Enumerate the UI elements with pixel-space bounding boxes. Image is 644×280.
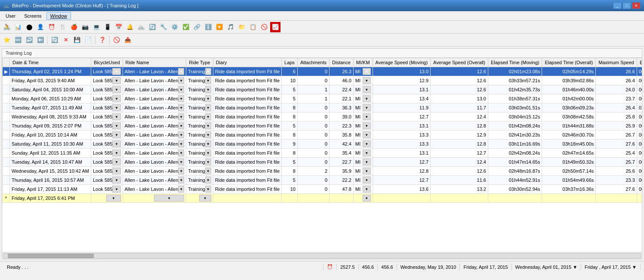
- menu-screens[interactable]: Screens: [20, 12, 45, 20]
- row-ridetype[interactable]: Training▼: [186, 112, 213, 121]
- dropdown-arrow[interactable]: ▼: [178, 122, 184, 129]
- row-ridename[interactable]: Allen - Lake Lavon - Allen▼: [123, 67, 186, 76]
- row-ridename[interactable]: Allen - Lake Lavon - Allen▼: [123, 103, 186, 112]
- row-mikm[interactable]: MI▼: [353, 76, 373, 85]
- toolbar-fork-icon[interactable]: 🍴: [58, 22, 68, 32]
- dropdown-arrow[interactable]: ▼: [205, 177, 211, 184]
- toolbar-apple-icon[interactable]: 🍎: [69, 22, 79, 32]
- table-row[interactable]: ▶Thursday, April 02, 2015 1:24 PMLook 58…: [3, 67, 642, 76]
- row-bicycle[interactable]: Look 585▼: [91, 158, 123, 167]
- horizontal-scrollbar[interactable]: [2, 252, 642, 259]
- toolbar-camera-icon[interactable]: 📷: [80, 22, 90, 32]
- row-mikm[interactable]: MI▼: [353, 85, 373, 94]
- dropdown-arrow[interactable]: ▼: [178, 77, 184, 84]
- row-mikm[interactable]: MI▼: [353, 67, 373, 76]
- dropdown-arrow[interactable]: ▼: [112, 168, 120, 174]
- row-bicycle[interactable]: Look 585▼: [91, 185, 123, 194]
- dropdown-arrow[interactable]: ▼: [205, 149, 211, 156]
- dropdown-arrow[interactable]: ▼: [112, 77, 120, 84]
- toolbar-settings-icon[interactable]: ⚙️: [169, 22, 180, 32]
- table-row[interactable]: Saturday, April 11, 2015 10:30 AMLook 58…: [3, 140, 642, 149]
- row-ridetype[interactable]: Training▼: [186, 67, 213, 76]
- table-row[interactable]: Friday, April 03, 2015 9:40 AMLook 585▼A…: [3, 76, 642, 85]
- dropdown-arrow[interactable]: ▼: [205, 168, 211, 174]
- status-date4[interactable]: Friday , April 17, 2015 ▼: [581, 264, 641, 270]
- dropdown-arrow[interactable]: ▼: [363, 159, 371, 165]
- row-mikm[interactable]: MI▼: [353, 103, 373, 112]
- row-ridename[interactable]: Allen - Lake Lavon - Allen▼: [123, 76, 186, 85]
- row-ridename[interactable]: Allen - Lake Lavon - Allen▼: [123, 131, 186, 140]
- dropdown-arrow[interactable]: ▼: [363, 122, 371, 129]
- toolbar-copy-icon[interactable]: 📄: [83, 35, 93, 45]
- toolbar-export-icon[interactable]: 📤: [123, 35, 133, 45]
- row-ridename[interactable]: Allen - Lake Lavon - Allen▼: [123, 94, 186, 103]
- row-mikm[interactable]: MI▼: [353, 121, 373, 131]
- row-bicycle[interactable]: Look 585▼: [91, 94, 123, 103]
- row-mikm[interactable]: MI▼: [353, 176, 373, 185]
- dropdown-arrow[interactable]: ▼: [363, 168, 371, 174]
- minimize-button[interactable]: _: [613, 2, 622, 9]
- table-container[interactable]: Date & Time BicycleUsed Ride Name Ride T…: [2, 58, 642, 252]
- dropdown-arrow[interactable]: ▼: [363, 140, 371, 147]
- row-ridename[interactable]: Allen - Lake Lavon - Allen▼: [123, 149, 186, 158]
- dropdown-arrow[interactable]: ▼: [178, 95, 184, 102]
- toolbar-cycle2-icon[interactable]: 🔄: [147, 22, 157, 32]
- row-bicycle[interactable]: Look 585▼: [91, 176, 123, 185]
- row-ridename[interactable]: Allen - Lake Lavon - Allen▼: [123, 185, 186, 194]
- toolbar-music-icon[interactable]: 🎵: [225, 22, 236, 32]
- table-row[interactable]: Thursday, April 16, 2015 10:57 AMLook 58…: [3, 176, 642, 185]
- toolbar-user-icon[interactable]: 👤: [35, 22, 46, 32]
- status-date3[interactable]: Wednesday, April 01, 2015 ▼: [512, 264, 581, 270]
- row-bicycle[interactable]: Look 585▼: [91, 76, 123, 85]
- toolbar-undo-icon[interactable]: ↩️: [24, 35, 34, 45]
- toolbar-bell-icon[interactable]: 🔔: [125, 22, 135, 32]
- dropdown-arrow[interactable]: ▼: [106, 195, 120, 202]
- dropdown-arrow[interactable]: ▼: [112, 159, 120, 165]
- toolbar-wrench-icon[interactable]: 🔧: [158, 22, 169, 32]
- dropdown-arrow[interactable]: ▼: [178, 168, 184, 174]
- dropdown-arrow[interactable]: ▼: [178, 131, 184, 138]
- row-bicycle[interactable]: ▼: [91, 194, 123, 203]
- row-ridename[interactable]: Allen - Lake Lavon - Allen▼: [123, 121, 186, 131]
- row-ridetype[interactable]: Training▼: [186, 85, 213, 94]
- row-ridename[interactable]: Allen - Lake Lavon - Allen▼: [123, 85, 186, 94]
- toolbar-back-icon[interactable]: ⬅️: [35, 35, 46, 45]
- row-mikm[interactable]: ▼: [353, 194, 373, 203]
- dropdown-arrow[interactable]: ▼: [112, 140, 120, 147]
- row-ridetype[interactable]: Training▼: [186, 176, 213, 185]
- dropdown-arrow[interactable]: ▼: [205, 140, 211, 147]
- toolbar-cal-icon[interactable]: 📅: [114, 22, 124, 32]
- row-ridetype[interactable]: Training▼: [186, 121, 213, 131]
- dropdown-arrow[interactable]: ▼: [205, 186, 211, 193]
- dropdown-arrow[interactable]: ▼: [205, 95, 211, 102]
- dropdown-arrow[interactable]: ▼: [154, 195, 184, 202]
- dropdown-arrow[interactable]: ▼: [363, 68, 371, 75]
- dropdown-arrow[interactable]: ▼: [112, 68, 120, 75]
- row-mikm[interactable]: MI▼: [353, 185, 373, 194]
- toolbar-doc-icon[interactable]: 📋: [248, 22, 258, 32]
- row-ridename[interactable]: Allen - Lake Lavon - Allen▼: [123, 112, 186, 121]
- row-ridetype[interactable]: Training▼: [186, 103, 213, 112]
- dropdown-arrow[interactable]: ▼: [205, 131, 211, 138]
- dropdown-arrow[interactable]: ▼: [205, 86, 211, 93]
- row-mikm[interactable]: MI▼: [353, 94, 373, 103]
- toolbar-cancel-icon[interactable]: ✕: [61, 35, 71, 45]
- table-row[interactable]: Tuesday, April 07, 2015 11:49 AMLook 585…: [3, 103, 642, 112]
- table-row[interactable]: Friday, April 17, 2015 11:13 AMLook 585▼…: [3, 185, 642, 194]
- row-ridetype[interactable]: Training▼: [186, 131, 213, 140]
- row-bicycle[interactable]: Look 585▼: [91, 121, 123, 131]
- dropdown-arrow[interactable]: ▼: [205, 68, 211, 75]
- dropdown-arrow[interactable]: ▼: [178, 149, 184, 156]
- row-ridetype[interactable]: Training▼: [186, 158, 213, 167]
- toolbar-check-icon[interactable]: ✅: [181, 22, 191, 32]
- dropdown-arrow[interactable]: ▼: [178, 159, 184, 165]
- toolbar-stop-icon[interactable]: 🚫: [259, 22, 269, 32]
- dropdown-arrow[interactable]: ▼: [178, 68, 184, 75]
- row-mikm[interactable]: MI▼: [353, 131, 373, 140]
- row-mikm[interactable]: MI▼: [353, 140, 373, 149]
- menu-user[interactable]: User: [2, 12, 19, 20]
- dropdown-arrow[interactable]: ▼: [112, 122, 120, 129]
- dropdown-arrow[interactable]: ▼: [178, 113, 184, 120]
- dropdown-arrow[interactable]: ▼: [363, 195, 371, 202]
- dropdown-arrow[interactable]: ▼: [199, 195, 211, 202]
